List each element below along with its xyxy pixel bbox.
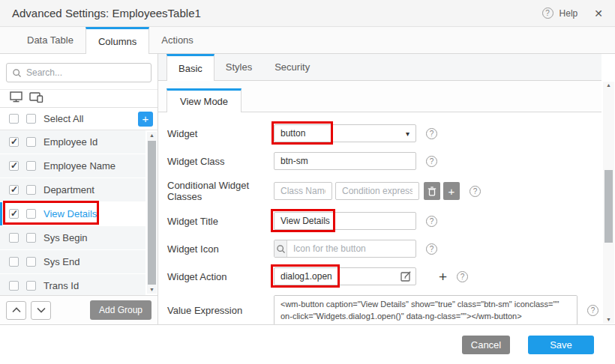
widget-action-input[interactable]	[274, 267, 416, 285]
field-help-icon[interactable]: ?	[470, 186, 481, 197]
desktop-icon[interactable]	[10, 91, 22, 106]
widget-class-row: Widget Class ?	[167, 152, 602, 170]
tab-view-mode[interactable]: View Mode	[166, 88, 242, 112]
list-item-sys-begin[interactable]: Sys Begin	[0, 226, 146, 249]
icon-picker-button[interactable]	[274, 240, 287, 257]
widget-title-input[interactable]	[274, 212, 416, 230]
column-settings-panel: Basic Styles Security View Mode Widget b…	[158, 54, 615, 324]
list-item-label: View Details	[44, 208, 97, 219]
dialog-header: Advanced Settings: EmployeesTable1 ? Hel…	[0, 0, 615, 27]
scroll-up-icon[interactable]: ▲	[149, 132, 154, 139]
condition-expression-input[interactable]	[335, 182, 419, 200]
tab-columns[interactable]: Columns	[86, 27, 149, 54]
field-label: Widget Action	[167, 271, 274, 282]
help-icon[interactable]: ?	[542, 7, 554, 19]
add-action-icon[interactable]: +	[439, 270, 447, 284]
select-all-label: Select All	[44, 113, 83, 124]
list-item-department[interactable]: Department	[0, 178, 146, 201]
select-all-desktop-checkbox[interactable]	[9, 114, 19, 124]
main-tabbar: Data Table Columns Actions	[0, 27, 615, 54]
widget-select[interactable]: button ▾	[274, 124, 416, 142]
mobile-checkbox[interactable]	[26, 257, 36, 267]
desktop-checkbox[interactable]	[9, 185, 19, 195]
tab-actions[interactable]: Actions	[149, 27, 206, 53]
list-item-employee-name[interactable]: Employee Name	[0, 154, 146, 178]
field-help-icon[interactable]: ?	[587, 305, 598, 316]
mobile-checkbox[interactable]	[26, 233, 36, 243]
desktop-checkbox[interactable]	[9, 209, 19, 219]
scroll-up-icon[interactable]: ▲	[606, 82, 611, 89]
conditional-classes-row: Conditional Widget Classes + ?	[167, 180, 602, 202]
save-button[interactable]: Save	[528, 336, 594, 354]
tab-styles[interactable]: Styles	[214, 54, 263, 80]
class-name-input[interactable]	[274, 182, 332, 200]
value-expression-textarea[interactable]: <wm-button caption="View Details" show="…	[274, 295, 578, 325]
widget-icon-input[interactable]	[287, 240, 416, 257]
widget-select-value: button	[280, 128, 305, 139]
desktop-checkbox[interactable]	[9, 137, 19, 147]
edit-action-icon[interactable]	[400, 270, 412, 285]
list-item-employee-id[interactable]: Employee Id	[0, 130, 146, 154]
column-list: Employee Id Employee Name Department Vi	[0, 130, 158, 295]
mobile-checkbox[interactable]	[26, 209, 36, 219]
tab-basic[interactable]: Basic	[166, 54, 214, 81]
chevron-down-icon: ▾	[406, 130, 410, 138]
field-help-icon[interactable]: ?	[426, 128, 437, 139]
list-item-label: Department	[44, 184, 94, 195]
field-label: Widget Class	[167, 156, 274, 167]
delete-condition-button[interactable]	[424, 182, 440, 200]
scroll-down-icon[interactable]: ▼	[149, 286, 154, 294]
mobile-tablet-icon[interactable]	[29, 91, 44, 106]
select-all-mobile-checkbox[interactable]	[26, 114, 36, 124]
field-help-icon[interactable]: ?	[426, 156, 437, 167]
dialog-footer: Cancel Save	[0, 324, 615, 364]
widget-action-row: Widget Action + ?	[167, 267, 602, 285]
field-help-icon[interactable]: ?	[426, 216, 437, 227]
mobile-checkbox[interactable]	[26, 185, 36, 195]
close-icon[interactable]: ✕	[594, 8, 603, 19]
add-group-button[interactable]: Add Group	[90, 300, 152, 320]
columns-sidebar: Select All + Employee Id Employee Name	[0, 54, 158, 324]
add-column-button[interactable]: +	[138, 112, 153, 127]
mobile-checkbox[interactable]	[26, 137, 36, 147]
basic-settings-form: Widget button ▾ ? Widget Class	[158, 112, 602, 325]
search-input[interactable]	[6, 63, 152, 82]
field-label: Widget Title	[167, 216, 274, 227]
cancel-button[interactable]: Cancel	[462, 336, 510, 354]
mobile-checkbox[interactable]	[26, 161, 36, 171]
move-up-button[interactable]	[6, 301, 26, 320]
sidebar-scrollbar[interactable]: ▲ ▼	[147, 132, 157, 294]
list-item-label: Sys End	[44, 256, 80, 267]
field-help-icon[interactable]: ?	[457, 271, 468, 282]
field-label: Widget Icon	[167, 243, 274, 255]
field-label: Conditional Widget Classes	[167, 180, 274, 202]
tab-data-table[interactable]: Data Table	[15, 27, 86, 53]
add-condition-button[interactable]: +	[443, 182, 460, 200]
field-help-icon[interactable]: ?	[426, 243, 437, 255]
scrollbar-thumb[interactable]	[148, 141, 156, 285]
list-item-view-details[interactable]: View Details	[0, 202, 146, 225]
widget-icon-row: Widget Icon ?	[167, 240, 602, 258]
desktop-checkbox[interactable]	[9, 233, 19, 243]
field-label: Widget	[167, 128, 274, 139]
scrollbar-thumb[interactable]	[604, 170, 613, 243]
search-icon	[12, 67, 22, 81]
list-item-sys-end[interactable]: Sys End	[0, 250, 146, 273]
list-item-label: Sys Begin	[44, 232, 88, 243]
widget-class-input[interactable]	[274, 152, 416, 170]
field-label: Value Expression	[167, 305, 274, 316]
advanced-settings-dialog: Advanced Settings: EmployeesTable1 ? Hel…	[0, 0, 615, 364]
select-all-row: Select All +	[0, 108, 158, 130]
mobile-checkbox[interactable]	[26, 281, 36, 291]
settings-tabbar: Basic Styles Security	[158, 54, 602, 81]
desktop-checkbox[interactable]	[9, 161, 19, 171]
trash-icon	[428, 186, 436, 196]
panel-scrollbar[interactable]: ▲ ▼	[603, 82, 614, 324]
scroll-down-icon[interactable]: ▼	[606, 316, 611, 324]
list-item-trans-id[interactable]: Trans Id	[0, 274, 146, 295]
desktop-checkbox[interactable]	[9, 281, 19, 291]
move-down-button[interactable]	[31, 301, 51, 320]
tab-security[interactable]: Security	[263, 54, 321, 80]
help-link[interactable]: Help	[560, 8, 578, 19]
desktop-checkbox[interactable]	[9, 257, 19, 267]
